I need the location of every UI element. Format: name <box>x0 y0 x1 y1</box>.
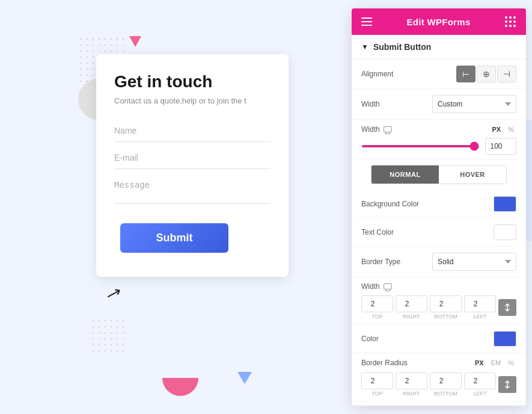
background-color-row: Background Color <box>352 190 526 218</box>
radius-left-input[interactable] <box>464 372 496 389</box>
radius-left-label: LEFT <box>464 391 496 397</box>
radius-right-input[interactable] <box>396 372 427 389</box>
form-title: Get in touch <box>114 72 271 91</box>
border-color-row: Color <box>352 325 526 353</box>
border-top-label: TOP <box>361 314 393 320</box>
border-top-input[interactable] <box>361 295 393 312</box>
section-title: Submit Button <box>373 42 431 52</box>
radius-left-wrap: LEFT <box>464 372 496 397</box>
tab-normal[interactable]: NORMAL <box>371 165 439 184</box>
tab-group-wrapper: NORMAL HOVER <box>352 165 526 190</box>
monitor-icon-2 <box>384 126 392 132</box>
radius-top-input[interactable] <box>361 372 393 389</box>
border-color-label: Color <box>361 335 379 343</box>
radius-right-label: RIGHT <box>396 391 427 397</box>
unit-px-button[interactable]: PX <box>490 125 504 134</box>
border-width-label: Width <box>361 282 516 291</box>
border-right-label: RIGHT <box>396 314 427 320</box>
width-number-input[interactable] <box>485 138 516 155</box>
radius-link-button[interactable] <box>498 376 516 393</box>
name-input[interactable] <box>114 120 271 142</box>
section-header[interactable]: ▼ Submit Button <box>352 35 526 60</box>
form-card: Get in touch Contact us a quote,help or … <box>96 54 289 277</box>
panel-title: Edit WPForms <box>406 17 470 27</box>
alignment-label: Alignment <box>361 70 393 78</box>
slider-wrapper <box>361 138 516 155</box>
width-slider-label: Width <box>361 125 392 134</box>
submit-button[interactable]: Submit <box>120 223 228 253</box>
message-input[interactable] <box>114 174 271 204</box>
border-type-row: Border Type Solid None Dashed Dotted Dou… <box>352 247 526 277</box>
border-width-inputs: TOP RIGHT BOTTOM LEFT <box>361 295 516 320</box>
semicircle-decoration <box>162 378 198 396</box>
width-select-row: Width Custom Full Width Auto <box>352 89 526 120</box>
border-radius-label: Border Radius <box>361 359 408 367</box>
border-radius-inputs: TOP RIGHT BOTTOM LEFT <box>361 372 516 397</box>
triangle-blue-decoration <box>237 372 252 384</box>
border-type-select[interactable]: Solid None Dashed Dotted Double <box>432 253 516 271</box>
arrow-decoration: ↗ <box>103 282 120 303</box>
email-input[interactable] <box>114 147 271 169</box>
border-right-input[interactable] <box>396 295 427 312</box>
form-subtitle: Contact us a quote,help or to join the t <box>114 96 271 105</box>
alignment-row: Alignment ⊢ ⊕ ⊣ <box>352 60 526 89</box>
hamburger-icon[interactable] <box>361 17 372 26</box>
normal-hover-tabs: NORMAL HOVER <box>371 165 507 184</box>
dots-icon[interactable] <box>505 16 516 28</box>
text-color-row: Text Color <box>352 218 526 247</box>
radius-bottom-label: BOTTOM <box>430 391 462 397</box>
border-width-row: Width TOP RIGHT BOTTOM LEFT <box>352 277 526 325</box>
monitor-icon-3 <box>384 283 392 289</box>
text-color-label: Text Color <box>361 228 394 236</box>
border-bottom-wrap: BOTTOM <box>430 295 462 320</box>
unit-group: PX % <box>490 125 516 134</box>
unit-percent-button[interactable]: % <box>506 125 516 134</box>
radius-unit-group: PX EM % <box>472 358 516 368</box>
panel-header: Edit WPForms <box>352 8 526 35</box>
border-left-wrap: LEFT <box>464 295 496 320</box>
radius-header: Border Radius PX EM % <box>361 358 516 368</box>
editor-panel: Edit WPForms ▼ Submit Button Alignment ⊢… <box>352 8 526 406</box>
radius-bottom-wrap: BOTTOM <box>430 372 462 397</box>
width-select[interactable]: Custom Full Width Auto <box>432 95 516 113</box>
align-right-button[interactable]: ⊣ <box>497 66 516 82</box>
background-color-label: Background Color <box>361 200 419 208</box>
align-center-button[interactable]: ⊕ <box>477 66 496 82</box>
border-right-wrap: RIGHT <box>396 295 427 320</box>
border-bottom-input[interactable] <box>430 295 462 312</box>
radius-unit-em[interactable]: EM <box>489 358 504 368</box>
width-select-label: Width <box>361 100 380 108</box>
border-radius-row: Border Radius PX EM % TOP RIGHT <box>352 353 526 402</box>
radius-unit-percent[interactable]: % <box>506 358 516 368</box>
border-left-input[interactable] <box>464 295 496 312</box>
border-bottom-label: BOTTOM <box>430 314 462 320</box>
radius-bottom-input[interactable] <box>430 372 462 389</box>
triangle-pink-decoration <box>129 36 141 47</box>
dot-grid-decoration-2 <box>90 318 126 354</box>
background-color-swatch[interactable] <box>494 196 516 212</box>
radius-right-wrap: RIGHT <box>396 372 427 397</box>
border-type-label: Border Type <box>361 258 400 266</box>
border-color-swatch[interactable] <box>494 331 516 347</box>
slider-controls: Width PX % <box>361 125 516 134</box>
border-top-wrap: TOP <box>361 295 393 320</box>
border-link-button[interactable] <box>498 299 516 316</box>
width-slider-row: Width PX % <box>352 120 526 160</box>
radius-unit-px[interactable]: PX <box>472 358 486 368</box>
align-left-button[interactable]: ⊢ <box>456 66 475 82</box>
tab-hover[interactable]: HOVER <box>439 165 506 184</box>
border-left-label: LEFT <box>464 314 496 320</box>
alignment-group: ⊢ ⊕ ⊣ <box>456 66 516 82</box>
panel-body: Alignment ⊢ ⊕ ⊣ Width Custom Full Width … <box>352 60 526 406</box>
radius-top-label: TOP <box>361 391 393 397</box>
width-range-input[interactable] <box>361 145 479 147</box>
radius-top-wrap: TOP <box>361 372 393 397</box>
text-color-swatch[interactable] <box>494 224 516 240</box>
chevron-icon: ▼ <box>361 43 368 51</box>
